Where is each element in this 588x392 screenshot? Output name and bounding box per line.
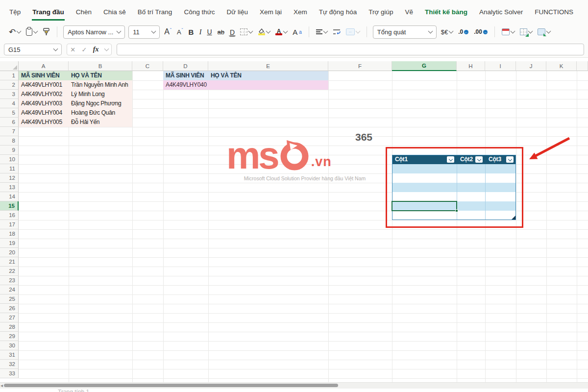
row-header-5[interactable]: 5 (0, 108, 19, 118)
row-header-31[interactable]: 31 (0, 350, 19, 360)
row-header-33[interactable]: 33 (0, 369, 19, 378)
tab-tự-động-hóa[interactable]: Tự động hóa (318, 2, 357, 21)
row-header-21[interactable]: 21 (0, 257, 19, 267)
row-header-9[interactable]: 9 (0, 146, 19, 155)
row-header-7[interactable]: 7 (0, 127, 19, 136)
wrap-text-button[interactable] (332, 27, 342, 37)
row-header-18[interactable]: 18 (0, 229, 19, 239)
row-header-24[interactable]: 24 (0, 285, 19, 294)
font-case-button[interactable]: Aa (292, 26, 303, 38)
tab-công-thức[interactable]: Công thức (183, 2, 215, 21)
cell-B4[interactable]: Đặng Ngọc Phương (69, 99, 122, 108)
paste-button[interactable] (25, 26, 38, 37)
row-header-17[interactable]: 17 (0, 220, 19, 229)
row-header-3[interactable]: 3 (0, 90, 19, 99)
cell-D1[interactable]: MÃ SINH VIÊN (164, 71, 204, 80)
tab-bố-trí-trang[interactable]: Bố trí Trang (137, 2, 173, 21)
decrease-font-button[interactable]: Aˇ (176, 27, 184, 37)
column-header-B[interactable]: B (69, 61, 132, 71)
tab-chia-sẻ[interactable]: Chia sẻ (103, 2, 126, 21)
insert-function-icon[interactable]: fx (93, 46, 99, 53)
align-button[interactable] (315, 27, 328, 37)
underline-button[interactable]: U (206, 26, 213, 37)
column-header-F[interactable]: F (328, 61, 392, 71)
cell-E1[interactable]: HỌ VÀ TÊN (209, 71, 242, 80)
row-header-20[interactable]: 20 (0, 248, 19, 257)
number-format-select[interactable]: Tổng quát (373, 25, 437, 39)
format-painter-button[interactable] (42, 26, 51, 37)
font-size-select[interactable]: 11 (128, 25, 160, 39)
cancel-icon[interactable]: ✕ (70, 46, 75, 53)
column-header-I[interactable]: I (485, 61, 516, 71)
fill-color-button[interactable] (257, 27, 271, 37)
row-header-29[interactable]: 29 (0, 332, 19, 341)
conditional-formatting-button[interactable] (501, 27, 515, 37)
tab-xem-lại[interactable]: Xem lại (259, 2, 282, 21)
cell-A2[interactable]: A4K49VLHY001 (19, 80, 62, 90)
strikethrough-button[interactable]: ab (217, 27, 225, 37)
borders-button[interactable] (239, 27, 253, 37)
row-header-22[interactable]: 22 (0, 267, 19, 276)
row-header-28[interactable]: 28 (0, 322, 19, 332)
merge-cells-button[interactable]: ↔ (345, 27, 361, 37)
row-header-25[interactable]: 25 (0, 294, 19, 304)
row-header-26[interactable]: 26 (0, 304, 19, 313)
cell-B3[interactable]: Lý Minh Long (69, 90, 104, 99)
row-header-10[interactable]: 10 (0, 155, 19, 164)
row-header-15[interactable]: 15 (0, 201, 19, 211)
row-header-4[interactable]: 4 (0, 99, 19, 108)
row-header-27[interactable]: 27 (0, 313, 19, 322)
enter-icon[interactable]: ✓ (81, 46, 87, 53)
currency-format-button[interactable]: $€ (440, 27, 454, 37)
row-header-8[interactable]: 8 (0, 136, 19, 146)
row-header-19[interactable]: 19 (0, 239, 19, 248)
name-box[interactable]: G15 (4, 44, 62, 55)
font-name-select[interactable]: Aptos Narrow ... (63, 25, 125, 39)
cell-A6[interactable]: A4K49VLHY005 (19, 118, 62, 127)
column-header-K[interactable]: K (546, 61, 577, 71)
column-header-E[interactable]: E (208, 61, 328, 71)
row-header-6[interactable]: 6 (0, 118, 19, 127)
font-color-button[interactable]: A (274, 27, 288, 37)
format-as-table-button[interactable] (519, 27, 533, 37)
tab-analytic-solver[interactable]: Analytic Solver (479, 2, 523, 21)
tab-tệp[interactable]: Tệp (9, 2, 21, 21)
column-header-J[interactable]: J (516, 61, 546, 71)
column-header-D[interactable]: D (163, 61, 208, 71)
row-header-23[interactable]: 23 (0, 276, 19, 285)
cell-B1[interactable]: HỌ VÀ TÊN (69, 71, 102, 80)
increase-font-button[interactable]: Aˆ (163, 26, 172, 38)
tab-xem[interactable]: Xem (293, 2, 308, 21)
row-header-30[interactable]: 30 (0, 341, 19, 350)
cell-B6[interactable]: Đỗ Hải Yến (69, 118, 99, 127)
column-header-G[interactable]: G (392, 61, 457, 71)
cell-A1[interactable]: MÃ SINH VIÊN (19, 71, 59, 80)
row-header-32[interactable]: 32 (0, 360, 19, 369)
tab-functions[interactable]: FUNCTIONS (534, 2, 574, 21)
cell-B5[interactable]: Hoàng Đức Quân (69, 108, 115, 118)
row-header-1[interactable]: 1 (0, 71, 19, 80)
increase-decimal-button[interactable]: .00→ (473, 27, 489, 37)
row-header-14[interactable]: 14 (0, 192, 19, 201)
decrease-decimal-button[interactable]: .0← (457, 27, 469, 37)
cell-A5[interactable]: A4K49VLHY004 (19, 108, 62, 118)
tab-vẽ[interactable]: Vẽ (405, 2, 414, 21)
row-header-12[interactable]: 12 (0, 173, 19, 183)
cell-D2[interactable]: A4K49VLHY040 (164, 80, 207, 90)
row-header-11[interactable]: 11 (0, 164, 19, 173)
scroll-left-icon[interactable]: ◂ (0, 383, 3, 388)
tab-chèn[interactable]: Chèn (75, 2, 92, 21)
row-header-16[interactable]: 16 (0, 211, 19, 220)
cell-styles-button[interactable] (537, 27, 551, 37)
cell-A3[interactable]: A4K49VLHY002 (19, 90, 62, 99)
cell-B2[interactable]: Trần Nguyễn Minh Anh (69, 80, 128, 90)
column-header-H[interactable]: H (457, 61, 485, 71)
double-underline-button[interactable]: D (229, 27, 236, 37)
formula-input[interactable] (117, 44, 584, 55)
column-header-C[interactable]: C (132, 61, 163, 71)
undo-button[interactable]: ↶ (8, 25, 22, 39)
row-header-2[interactable]: 2 (0, 80, 19, 90)
bold-button[interactable]: B (188, 26, 195, 38)
sheet-tab-label[interactable]: Trang tính 1 (58, 389, 89, 392)
tab-trang-đầu[interactable]: Trang đầu (32, 2, 65, 21)
